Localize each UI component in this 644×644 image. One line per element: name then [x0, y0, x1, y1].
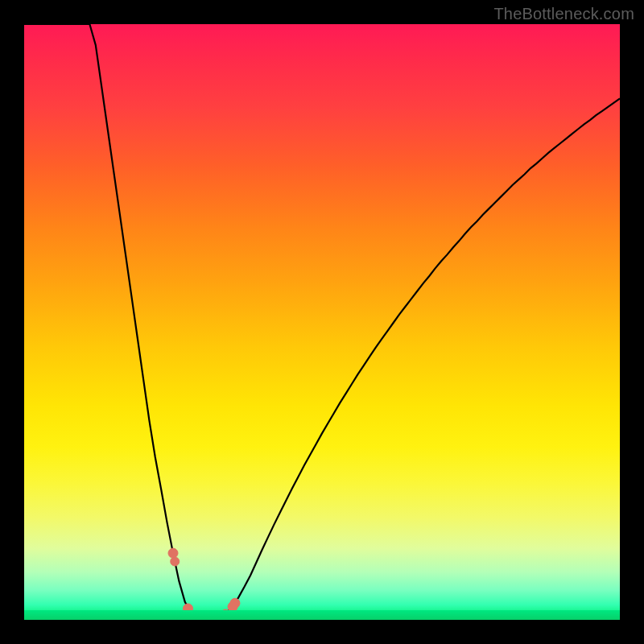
- chart-frame: TheBottleneck.com: [0, 0, 644, 644]
- curve-marker: [171, 557, 180, 566]
- optimal-band: [24, 610, 620, 620]
- curve-marker: [168, 548, 178, 558]
- bottleneck-curve: [24, 24, 620, 618]
- curve-marker: [230, 598, 240, 608]
- watermark-text: TheBottleneck.com: [493, 5, 634, 23]
- chart-svg: [24, 24, 620, 620]
- chart-plot-area: [24, 24, 620, 620]
